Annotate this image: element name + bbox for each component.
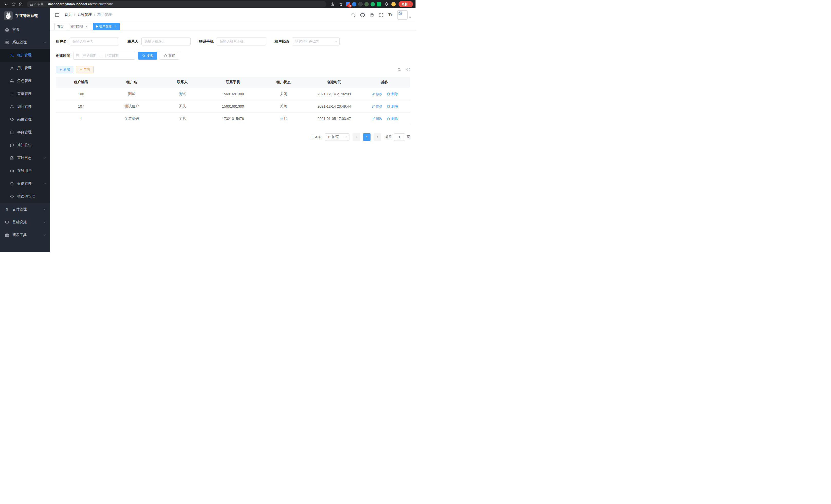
sidebar-item-audit-log[interactable]: 审计日志: [0, 152, 50, 165]
browser-menu-icon[interactable]: [408, 2, 412, 6]
create-time-label: 创建时间: [56, 53, 70, 58]
edit-button[interactable]: 修改: [372, 116, 382, 121]
edit-button[interactable]: 修改: [372, 104, 382, 109]
sidebar-item-notice[interactable]: 通知公告: [0, 139, 50, 152]
filter-phone: 联系手机: [199, 37, 266, 46]
avatar[interactable]: [397, 10, 407, 20]
security-indicator[interactable]: 不安全: [30, 2, 44, 6]
extensions-puzzle-icon[interactable]: [383, 1, 390, 7]
sidebar-submenu-system: 租户管理 用户管理 角色管理 菜单管理 部门管理: [0, 49, 50, 203]
tags-view-bar: 首页 部门管理 × 租户管理 ×: [50, 22, 416, 31]
export-button[interactable]: 导出: [76, 66, 93, 73]
caret-down-icon[interactable]: [408, 17, 411, 20]
sidebar-toggle-icon[interactable]: [55, 12, 60, 18]
code-icon: [10, 195, 14, 199]
date-range-picker[interactable]: -: [73, 52, 135, 60]
browser-home-button[interactable]: [17, 1, 24, 7]
breadcrumb-current: 租户管理: [97, 12, 112, 17]
breadcrumb: 首页 / 系统管理 / 租户管理: [64, 12, 112, 17]
fullscreen-icon[interactable]: [379, 13, 383, 17]
delete-button[interactable]: 删除: [387, 104, 398, 109]
sidebar-logo[interactable]: 芋道管理系统: [0, 8, 50, 23]
sidebar-item-system[interactable]: 系统管理: [0, 36, 50, 49]
browser-refresh-button[interactable]: [10, 1, 17, 7]
help-icon[interactable]: [370, 13, 374, 17]
sidebar-item-post[interactable]: 岗位管理: [0, 113, 50, 126]
sidebar-item-error-code[interactable]: 错误码管理: [0, 190, 50, 203]
breadcrumb-system[interactable]: 系统管理: [77, 12, 92, 17]
sidebar-item-dict[interactable]: 字典管理: [0, 126, 50, 139]
sidebar-item-role[interactable]: 角色管理: [0, 75, 50, 87]
extension-icon-blue[interactable]: [352, 2, 356, 6]
status-select-input[interactable]: [292, 37, 340, 46]
edit-button[interactable]: 修改: [372, 92, 382, 96]
sidebar-item-tenant[interactable]: 租户管理: [0, 49, 50, 62]
sidebar-item-home[interactable]: 首页: [0, 23, 50, 36]
shield-icon: [10, 182, 14, 186]
sidebar-item-infra[interactable]: 基础设施: [0, 216, 50, 229]
close-icon[interactable]: ×: [85, 25, 88, 29]
sidebar-item-menu[interactable]: 菜单管理: [0, 87, 50, 100]
col-created: 创建时间: [309, 77, 360, 88]
extension-icon-chat[interactable]: [377, 2, 381, 6]
extension-icon-darkgreen[interactable]: [364, 2, 369, 6]
refresh-table-icon[interactable]: [406, 67, 410, 71]
phone-input[interactable]: [217, 37, 266, 46]
chevron-left-icon: [355, 136, 358, 139]
search-button[interactable]: 搜索: [138, 52, 157, 60]
breadcrumb-home[interactable]: 首页: [64, 12, 72, 17]
share-icon[interactable]: [329, 1, 336, 7]
header-search-icon[interactable]: [351, 13, 355, 17]
sidebar-item-label: 字典管理: [17, 130, 32, 135]
extension-icon-green[interactable]: [371, 2, 375, 6]
pagination-total: 共 3 条: [311, 135, 321, 139]
extension-icon-dark[interactable]: [358, 2, 363, 6]
trash-icon: [387, 117, 390, 120]
sidebar: 芋道管理系统 首页 系统管理 租户管理 用户管理: [0, 8, 50, 252]
date-end-input[interactable]: [102, 54, 121, 58]
sidebar-item-dept[interactable]: 部门管理: [0, 100, 50, 113]
page-size-select[interactable]: 10条/页: [325, 133, 349, 141]
navbar-right: TT: [351, 10, 411, 20]
sidebar-item-online-users[interactable]: 在线用户: [0, 165, 50, 177]
screen: 不安全 dashboard.yudao.iocoder.cn/system/te…: [0, 0, 416, 252]
browser-back-button[interactable]: [3, 1, 10, 7]
date-start-input[interactable]: [80, 54, 99, 58]
next-page-button[interactable]: [374, 133, 381, 141]
add-button[interactable]: 新增: [56, 66, 73, 73]
main-area: 首页 / 系统管理 / 租户管理 TT: [50, 8, 416, 252]
status-select[interactable]: [292, 37, 340, 46]
sidebar-item-sms[interactable]: 短信管理: [0, 177, 50, 190]
close-icon[interactable]: ×: [113, 25, 117, 29]
user-avatar-menu[interactable]: [397, 10, 411, 20]
message-icon: [10, 143, 14, 147]
sidebar-item-user[interactable]: 用户管理: [0, 62, 50, 75]
sidebar-item-payment[interactable]: ¥ 支付管理: [0, 203, 50, 216]
page-number-button[interactable]: 1: [363, 133, 371, 141]
radio-icon: [10, 169, 14, 173]
delete-button[interactable]: 删除: [387, 92, 398, 96]
font-size-icon[interactable]: TT: [388, 13, 392, 17]
tab-home[interactable]: 首页: [55, 23, 66, 30]
goto-page-input[interactable]: [394, 133, 405, 141]
delete-button[interactable]: 删除: [387, 116, 398, 121]
contact-input[interactable]: [141, 37, 191, 46]
extension-icon-adblock[interactable]: 10: [346, 2, 350, 6]
sidebar-item-label: 短信管理: [17, 181, 32, 186]
tenant-name-input[interactable]: [69, 37, 119, 46]
profile-avatar-icon[interactable]: [391, 2, 396, 6]
prev-page-button[interactable]: [352, 133, 360, 141]
tab-dept[interactable]: 部门管理 ×: [68, 23, 91, 30]
tab-tenant[interactable]: 租户管理 ×: [93, 23, 120, 30]
sidebar-item-label: 通知公告: [17, 143, 32, 147]
col-tenant-id: 租户编号: [56, 77, 106, 88]
reset-button[interactable]: 重置: [160, 52, 179, 60]
bookmark-star-icon[interactable]: [337, 1, 344, 7]
github-icon[interactable]: [360, 12, 365, 17]
toggle-search-icon[interactable]: [397, 67, 401, 71]
filter-status: 租户状态: [275, 37, 340, 46]
address-bar[interactable]: 不安全 dashboard.yudao.iocoder.cn/system/te…: [27, 1, 326, 7]
sidebar-item-label: 租户管理: [17, 53, 32, 58]
sidebar-item-dev-tools[interactable]: 研发工具: [0, 229, 50, 241]
browser-update-button[interactable]: 更新: [399, 1, 413, 7]
